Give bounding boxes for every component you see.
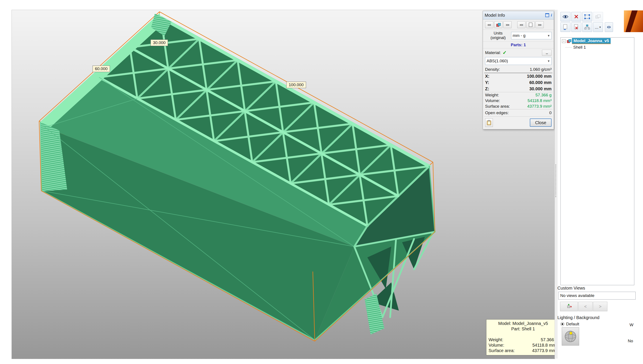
open-edges-value: 0 — [549, 110, 551, 115]
check-icon: ✓ — [503, 50, 507, 56]
lighting-default-label: Default — [566, 322, 579, 326]
open-edges-row: Open edges: 0 — [483, 110, 554, 116]
trackball-tile[interactable] — [562, 327, 579, 346]
remove-part-button[interactable] — [571, 22, 581, 32]
lighting-option-fragment-none: No — [628, 338, 633, 344]
collapse-toggle-icon[interactable]: − — [562, 39, 566, 43]
dock-icon[interactable] — [545, 13, 549, 17]
units-label: Units (original) — [485, 31, 511, 40]
chevron-down-icon: ▼ — [547, 60, 550, 63]
tree-root-row[interactable]: − Model_Joanna_v5 — [561, 38, 634, 44]
copy-page-button[interactable] — [526, 21, 535, 28]
tooltip-volume-row: Volume:54118.8 mm³ — [489, 342, 555, 348]
dimension-label-x: 100.000 — [286, 82, 306, 88]
lighting-title: Lighting / Background — [557, 315, 599, 320]
chevron-down-icon: ▼ — [599, 26, 601, 28]
next-part-button[interactable]: >> — [503, 21, 512, 28]
part-indicator-button[interactable] — [494, 21, 502, 28]
tree-shell-label[interactable]: Shell 1 — [573, 45, 586, 50]
import-part-button[interactable] — [560, 22, 570, 32]
model-mesh — [40, 13, 435, 340]
volume-row: Volume:54118.8 mm³ — [483, 98, 554, 104]
prev-page-button[interactable]: << — [517, 21, 525, 28]
eye-icon — [562, 14, 568, 19]
tooltip-surface-row: Surface area:43773.9 mm² — [489, 348, 555, 353]
dim-z-row: Z:30.000 mm — [483, 86, 554, 92]
part-nav-toolbar: << >> << >> — [483, 20, 554, 30]
material-row: Material: ✓ ... — [483, 48, 554, 57]
dim-x-row: X:100.000 mm — [483, 73, 554, 80]
dim-y-row: Y:60.000 mm — [483, 80, 554, 86]
prev-part-button[interactable]: << — [485, 21, 493, 28]
surface-area-row: Surface area:43773.9 mm² — [483, 104, 554, 109]
parts-count: Parts: 1 — [483, 42, 554, 48]
viewport-3d[interactable]: Model: Model_Joanna_v5 Part: Shell 1 Wei… — [12, 10, 555, 359]
weight-row: Weight:57.366 g — [483, 92, 554, 98]
prev-view-button[interactable]: < — [578, 302, 593, 311]
parts-tree: − Model_Joanna_v5 Shell 1 — [560, 37, 634, 285]
info-icon[interactable]: i — [551, 13, 552, 18]
trackball-sphere-icon — [564, 330, 577, 343]
tree-shell-row[interactable]: Shell 1 — [561, 44, 634, 50]
tree-guide-line — [565, 47, 572, 48]
register-parts-button[interactable] — [593, 12, 603, 22]
visibility-button[interactable] — [560, 12, 570, 22]
material-dropdown[interactable]: ABS(1.060) ▼ — [485, 57, 551, 65]
tooltip-model-line: Model: Model_Joanna_v5 — [489, 321, 555, 326]
custom-views-empty-text: No views available — [560, 293, 594, 298]
material-label: Material: — [485, 50, 501, 55]
custom-views-title: Custom Views — [557, 286, 585, 291]
panel-splitter[interactable] — [555, 10, 558, 358]
tree-root-label[interactable]: Model_Joanna_v5 — [572, 38, 611, 44]
part-icon — [496, 23, 500, 26]
material-more-button[interactable]: ... — [542, 50, 551, 56]
document-arrows-icon — [563, 24, 568, 30]
delete-part-button[interactable]: ✕ — [571, 12, 581, 22]
radio-selected-icon[interactable] — [560, 322, 564, 326]
delete-icon: ✕ — [574, 14, 579, 20]
more-options-button[interactable]: ... ▼ — [593, 22, 603, 32]
lighting-option-fragment-white: W — [629, 322, 633, 327]
tooltip-part-line: Part: Shell 1 — [489, 326, 555, 332]
chevron-down-icon: ▼ — [547, 34, 550, 37]
next-page-button[interactable]: >> — [535, 21, 544, 28]
part-icon — [567, 39, 571, 43]
splitter-grip[interactable] — [555, 164, 556, 197]
model-tooltip: Model: Model_Joanna_v5 Part: Shell 1 Wei… — [486, 319, 555, 355]
register-icon — [595, 14, 601, 19]
group-parts-button[interactable] — [582, 22, 592, 32]
dialog-title: Model Info — [485, 13, 505, 18]
model-info-dialog: Model Info i << >> << >> Units (original… — [483, 11, 554, 129]
splitter-arrows-icon — [606, 26, 611, 29]
capture-view-button[interactable] — [560, 302, 578, 311]
select-parts-button[interactable] — [582, 12, 592, 22]
clipboard-icon — [487, 120, 491, 125]
tooltip-weight-row: Weight:57.366 g — [489, 337, 555, 342]
lighting-default-option[interactable]: Default — [560, 322, 579, 326]
view-axis-icon — [566, 304, 572, 309]
units-row: Units (original) mm - g ▼ — [483, 30, 554, 42]
density-value: 1.060 g/cm³ — [530, 67, 551, 72]
marquee-icon — [584, 14, 590, 19]
close-button[interactable]: Close — [530, 118, 551, 127]
page-icon — [529, 22, 532, 27]
collapse-panel-button[interactable] — [605, 22, 613, 32]
next-view-button[interactable]: > — [593, 302, 607, 311]
app-logo — [624, 10, 643, 32]
copy-to-clipboard-button[interactable] — [485, 118, 493, 127]
hierarchy-icon — [584, 24, 590, 30]
model-info-titlebar[interactable]: Model Info i — [483, 11, 554, 20]
custom-views-list[interactable]: No views available — [558, 292, 635, 300]
dimension-label-y: 60.000 — [93, 66, 110, 72]
ellipsis-icon: ... — [595, 25, 598, 30]
document-delete-icon — [574, 24, 579, 30]
scene-3d — [12, 10, 555, 359]
units-dropdown[interactable]: mm - g ▼ — [511, 32, 551, 39]
density-row: Density: 1.060 g/cm³ — [483, 66, 554, 73]
dimension-label-z: 30.000 — [151, 40, 168, 46]
